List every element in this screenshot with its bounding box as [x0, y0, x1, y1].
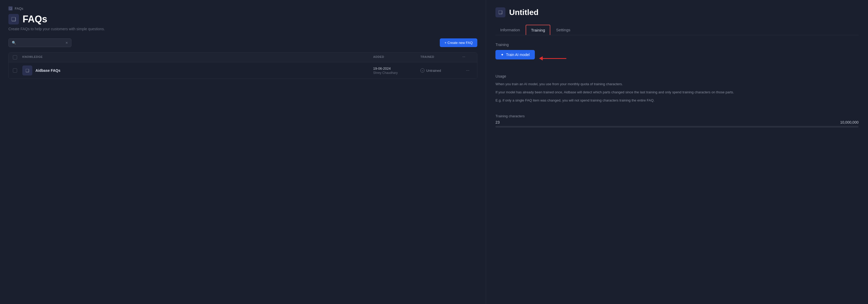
- breadcrumb-icon: ❏: [8, 6, 12, 10]
- toolbar: 🔍 ✕ + Create new FAQ: [8, 38, 477, 47]
- train-action-row: ✦ Train AI model: [495, 50, 859, 67]
- tabs: Information Training Settings: [495, 25, 859, 35]
- progress-bar: [495, 126, 859, 128]
- tab-information[interactable]: Information: [495, 25, 525, 35]
- knowledge-row-icon: ❏: [22, 65, 32, 76]
- training-label: Training: [495, 43, 859, 47]
- usage-line-1: When you train an AI model, you use from…: [495, 82, 859, 87]
- untrained-icon: ○: [420, 68, 425, 73]
- added-cell: 19-06-2024 Shrey Chaudhary: [373, 66, 420, 75]
- usage-line-3: E.g. if only a single FAQ item was chang…: [495, 98, 859, 103]
- train-ai-button[interactable]: ✦ Train AI model: [495, 50, 535, 59]
- right-panel: ❏ Untitled Information Training Settings…: [486, 0, 868, 304]
- tab-training[interactable]: Training: [526, 25, 550, 35]
- tab-settings[interactable]: Settings: [551, 25, 575, 35]
- search-input[interactable]: [18, 41, 63, 45]
- breadcrumb: ❏ FAQs: [8, 6, 477, 10]
- left-panel: ❏ FAQs ❏ FAQs Create FAQs to help your c…: [0, 0, 486, 304]
- col-trained: TRAINED: [420, 55, 462, 59]
- col-actions: ···: [462, 55, 473, 59]
- right-header: ❏ Untitled: [495, 7, 859, 17]
- trained-cell: ○ Untrained: [420, 68, 462, 73]
- chars-max: 10,000,000: [840, 120, 859, 125]
- knowledge-cell: ❏ Aidbase FAQs: [22, 65, 373, 76]
- search-icon: 🔍: [12, 41, 16, 45]
- training-chars-section: Training characters 23 10,000,000: [495, 114, 859, 128]
- search-box[interactable]: 🔍 ✕: [8, 38, 71, 47]
- knowledge-table: KNOWLEDGE ADDED TRAINED ··· ❏ Aidbase FA…: [8, 52, 477, 79]
- col-added: ADDED: [373, 55, 420, 59]
- page-title: FAQs: [23, 14, 47, 25]
- usage-section: Usage When you train an AI model, you us…: [495, 74, 859, 106]
- page-header: ❏ FAQs: [8, 14, 477, 25]
- training-chars-label: Training characters: [495, 114, 859, 118]
- arrow-head: [539, 56, 543, 60]
- chars-row: 23 10,000,000: [495, 120, 859, 125]
- added-date: 19-06-2024: [373, 66, 420, 71]
- table-row: ❏ Aidbase FAQs 19-06-2024 Shrey Chaudhar…: [9, 62, 477, 79]
- right-title: Untitled: [509, 8, 538, 17]
- knowledge-name: Aidbase FAQs: [35, 68, 60, 73]
- arrow-indicator: [539, 56, 566, 60]
- trained-status: Untrained: [426, 68, 441, 73]
- page-subtitle: Create FAQs to help your customers with …: [8, 27, 477, 31]
- row-checkbox[interactable]: [13, 68, 22, 73]
- row-more-button[interactable]: ···: [462, 68, 473, 73]
- faqs-icon: ❏: [8, 14, 19, 24]
- create-faq-button[interactable]: + Create new FAQ: [440, 38, 477, 47]
- arrow-line: [543, 58, 566, 59]
- training-section: Training ✦ Train AI model: [495, 43, 859, 74]
- usage-title: Usage: [495, 74, 859, 78]
- breadcrumb-label: FAQs: [15, 6, 23, 10]
- col-knowledge: KNOWLEDGE: [22, 55, 373, 59]
- added-by: Shrey Chaudhary: [373, 71, 420, 75]
- chars-used: 23: [495, 120, 500, 125]
- right-header-icon: ❏: [495, 7, 505, 17]
- train-btn-icon: ✦: [501, 53, 504, 57]
- select-all-checkbox[interactable]: [13, 55, 22, 59]
- table-header: KNOWLEDGE ADDED TRAINED ···: [9, 53, 477, 62]
- clear-icon[interactable]: ✕: [65, 41, 68, 45]
- usage-line-2: If your model has already been trained o…: [495, 90, 859, 95]
